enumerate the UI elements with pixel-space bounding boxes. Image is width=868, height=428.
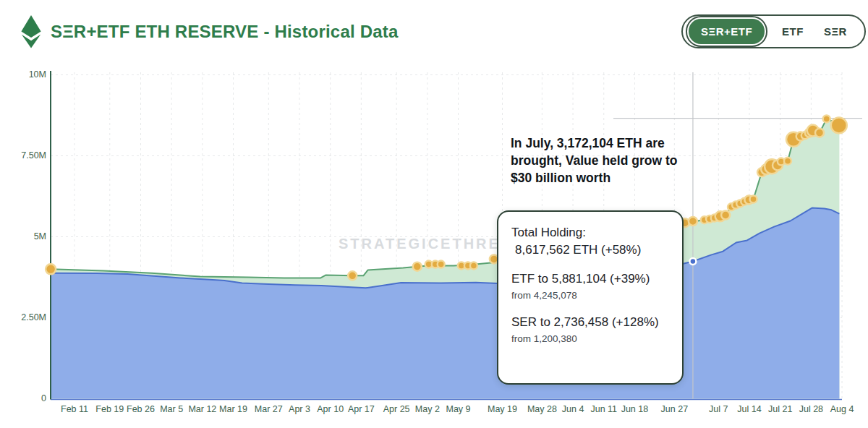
x-tick-label: Jun 18 <box>621 404 649 414</box>
tooltip-ser-value: SER to 2,736,458 (+128%) <box>511 314 669 331</box>
x-tick-label: Mar 12 <box>188 404 216 414</box>
x-tick-label: Mar 19 <box>219 404 247 414</box>
x-tick-label: Mar 27 <box>255 404 283 414</box>
x-tick-label: Feb 19 <box>95 404 124 414</box>
x-tick-label: Jul 14 <box>737 404 761 414</box>
x-tick-label: May 9 <box>446 404 470 414</box>
annotation-text: In July, 3,172,104 ETH are brought, Valu… <box>511 134 692 187</box>
hover-point <box>689 258 696 265</box>
x-tick-label: Apr 25 <box>383 404 410 414</box>
x-tick-label: Aug 4 <box>830 404 854 414</box>
annotation-line: $30 billion worth <box>511 169 692 187</box>
x-tick-label: May 19 <box>488 404 517 414</box>
x-tick-label: Feb 11 <box>61 404 88 414</box>
x-tick-label: May 2 <box>415 404 440 414</box>
chart-tooltip: Total Holding: 8,617,562 ETH (+58%) ETF … <box>497 210 684 385</box>
y-tick-label: 2.50M <box>4 312 46 322</box>
x-tick-label: Jul 7 <box>709 404 728 414</box>
x-tick-label: Feb 26 <box>127 404 155 414</box>
x-tick-label: Jul 28 <box>799 404 823 414</box>
tooltip-etf-from: from 4,245,078 <box>511 288 669 302</box>
x-tick-label: Jun 4 <box>562 404 584 414</box>
tooltip-ser-from: from 1,200,380 <box>511 332 669 346</box>
y-tick-label: 10M <box>4 69 46 80</box>
y-tick-label: 7.50M <box>4 150 46 160</box>
tooltip-etf-value: ETF to 5,881,104 (+39%) <box>511 270 669 288</box>
annotation-line: brought, Value held grow to <box>511 152 692 169</box>
x-tick-label: Mar 5 <box>160 404 183 414</box>
x-tick-label: Apr 3 <box>289 404 310 414</box>
tooltip-title: Total Holding: <box>511 224 669 241</box>
x-tick-label: Jun 27 <box>661 404 689 414</box>
x-tick-label: Apr 17 <box>348 404 375 414</box>
y-tick-label: 5M <box>4 231 46 241</box>
tooltip-total-value: 8,617,562 ETH (+58%) <box>511 241 669 259</box>
y-tick-label: 0 <box>4 393 46 403</box>
x-tick-label: Jun 11 <box>590 404 617 414</box>
x-tick-label: May 28 <box>527 404 557 414</box>
annotation-line: In July, 3,172,104 ETH are <box>511 134 692 152</box>
x-tick-label: Apr 10 <box>317 404 344 414</box>
x-tick-label: Jul 21 <box>768 404 792 414</box>
area-chart-canvas[interactable] <box>0 0 868 428</box>
